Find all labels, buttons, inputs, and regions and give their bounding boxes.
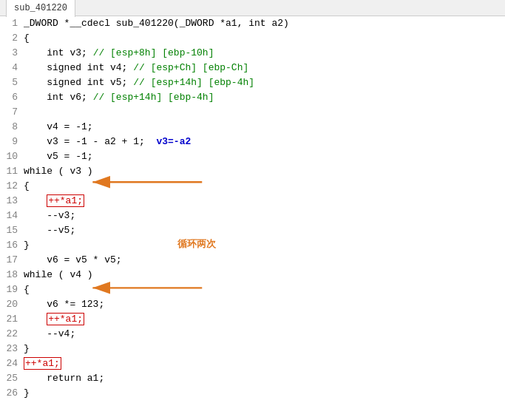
line-1: 1 _DWORD *__cdecl sub_401220(_DWORD *a1,… bbox=[0, 16, 505, 31]
line-2: 2 { bbox=[0, 31, 505, 46]
line-9: 9 v3 = -1 - a2 + 1; v3=-a2 bbox=[0, 135, 505, 149]
line-13: 13 ++*a1; bbox=[0, 194, 505, 209]
line-26: 26 } bbox=[0, 386, 505, 401]
line-5: 5 signed int v5; // [esp+14h] [ebp-4h] bbox=[0, 75, 505, 90]
line-4: 4 signed int v4; // [esp+Ch] [ebp-Ch] bbox=[0, 61, 505, 75]
line-14: 14 --v3; bbox=[0, 209, 505, 223]
line-12: 12 { bbox=[0, 179, 505, 194]
highlight-pp-a1-line21: ++*a1; bbox=[47, 313, 84, 325]
line-7: 7 bbox=[0, 105, 505, 120]
line-15: 15 --v5; bbox=[0, 223, 505, 238]
line-18: 18 while ( v4 ) bbox=[0, 268, 505, 282]
line-19: 19 { bbox=[0, 282, 505, 297]
line-17: 17 v6 = v5 * v5; bbox=[0, 253, 505, 268]
line-6: 6 int v6; // [esp+14h] [ebp-4h] bbox=[0, 90, 505, 105]
tab-item[interactable]: sub_401220 bbox=[6, 0, 75, 17]
line-21: 21 ++*a1; bbox=[0, 312, 505, 327]
line-3: 3 int v3; // [esp+8h] [ebp-10h] bbox=[0, 46, 505, 61]
line-20: 20 v6 *= 123; bbox=[0, 297, 505, 312]
code-container: sub_401220 1 _DWORD *__cdecl sub_401220(… bbox=[0, 0, 505, 401]
highlight-pp-a1-line13: ++*a1; bbox=[47, 194, 84, 207]
line-23: 23 } bbox=[0, 342, 505, 356]
line-8: 8 v4 = -1; bbox=[0, 120, 505, 135]
line-11: 11 while ( v3 ) bbox=[0, 164, 505, 179]
header-bar: sub_401220 bbox=[0, 0, 505, 16]
highlight-pp-a1-line24: ++*a1; bbox=[24, 357, 61, 370]
line-25: 25 return a1; bbox=[0, 371, 505, 386]
line-24: 24 ++*a1; bbox=[0, 356, 505, 371]
line-16: 16 } bbox=[0, 238, 505, 253]
line-22: 22 --v4; bbox=[0, 327, 505, 342]
line-10: 10 v5 = -1; bbox=[0, 149, 505, 164]
